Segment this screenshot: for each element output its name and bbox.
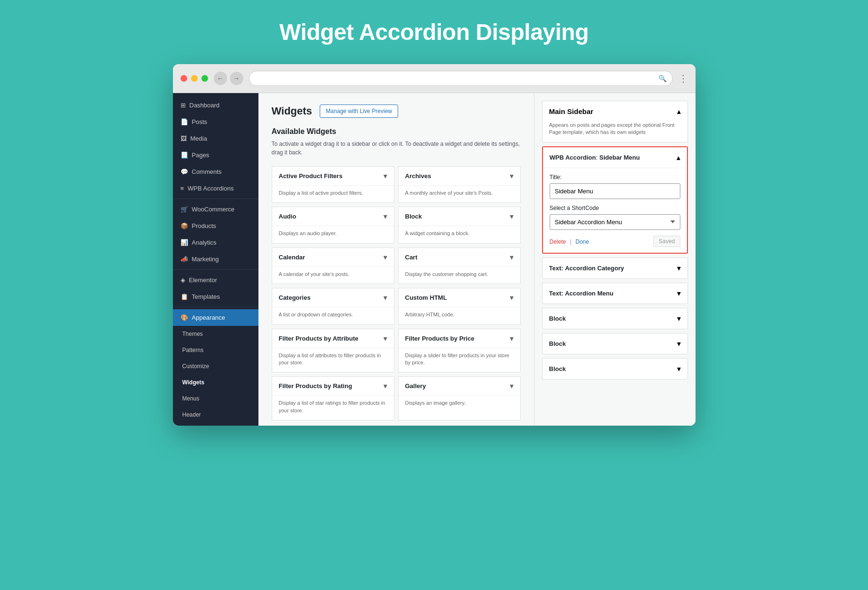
main-sidebar-title: Main Sidebar <box>549 107 593 115</box>
widget-filter-price[interactable]: Filter Products by Price ▾ Display a sli… <box>398 329 521 373</box>
collapsed-widget-4[interactable]: Block ▾ <box>542 358 688 380</box>
chevron-down-icon: ▾ <box>677 264 681 273</box>
collapsed-widgets-list: Text: Accordion Category ▾ Text: Accordi… <box>542 257 688 380</box>
widget-desc: Display a list of attributes to filter p… <box>272 348 394 372</box>
collapsed-item-title: Block <box>549 315 566 322</box>
collapsed-widget-2[interactable]: Block ▾ <box>542 308 688 329</box>
title-input[interactable] <box>550 183 680 199</box>
sidebar-item-appearance[interactable]: 🎨 Appearance <box>173 309 258 326</box>
sidebar-label-wpb: WPB Accordions <box>188 185 234 192</box>
shortcode-select[interactable]: Sidebar Accordion Menu <box>550 214 680 230</box>
chevron-down-icon: ▾ <box>510 334 514 343</box>
widget-desc: A monthly archive of your site's Posts. <box>399 186 520 202</box>
dot-yellow[interactable] <box>191 75 198 82</box>
delete-link[interactable]: Delete <box>550 238 566 245</box>
chevron-down-icon: ▾ <box>510 171 514 181</box>
widgets-header: Widgets Manage with Live Preview <box>272 105 521 118</box>
sidebar-item-patterns[interactable]: Patterns <box>173 342 258 358</box>
sidebar-item-analytics[interactable]: 📊 Analytics <box>173 234 258 251</box>
live-preview-button[interactable]: Manage with Live Preview <box>320 105 398 118</box>
sidebar-item-woocommerce[interactable]: 🛒 WooCommerce <box>173 201 258 218</box>
nav-back-button[interactable]: ← <box>214 72 227 85</box>
chevron-down-icon: ▾ <box>510 212 514 221</box>
sidebar-nav: ⊞ Dashboard 📄 Posts 🖼 Media 📃 Pages 💬 Co… <box>173 93 258 426</box>
chevron-down-icon: ▾ <box>383 171 387 181</box>
widget-filter-rating[interactable]: Filter Products by Rating ▾ Display a li… <box>272 376 394 420</box>
sidebar-item-dashboard[interactable]: ⊞ Dashboard <box>173 97 258 114</box>
products-icon: 📦 <box>181 222 188 229</box>
wpb-accordion-body: Title: Select a ShortCode Sidebar Accord… <box>543 168 687 253</box>
main-sidebar-desc: Appears on posts and pages except the op… <box>543 122 687 142</box>
sidebar-item-menus[interactable]: Menus <box>173 390 258 407</box>
wpb-accordion-title: WPB Accordion: Sidebar Menu <box>550 154 640 161</box>
browser-more-icon[interactable]: ⋮ <box>678 73 688 84</box>
sidebar-label-themes: Themes <box>182 331 203 337</box>
sidebar-item-templates[interactable]: 📋 Templates <box>173 288 258 305</box>
collapsed-widget-3[interactable]: Block ▾ <box>542 333 688 354</box>
widget-gallery[interactable]: Gallery ▾ Displays an image gallery. <box>398 376 521 420</box>
available-widgets-desc: To activate a widget drag it to a sideba… <box>272 140 521 157</box>
widget-header: Cart ▾ <box>399 248 520 267</box>
chevron-down-icon: ▾ <box>510 293 514 302</box>
comments-icon: 💬 <box>181 168 188 175</box>
nav-forward-button[interactable]: → <box>230 72 243 85</box>
wpb-accordion-header[interactable]: WPB Accordion: Sidebar Menu ▴ <box>543 147 687 168</box>
page-title: Widget Accordion Displaying <box>279 19 589 45</box>
main-sidebar-header[interactable]: Main Sidebar ▴ <box>543 101 687 122</box>
widget-categories[interactable]: Categories ▾ A list or dropdown of categ… <box>272 288 394 324</box>
widget-name: Calendar <box>279 254 305 261</box>
sidebar-item-comments[interactable]: 💬 Comments <box>173 163 258 180</box>
widget-block[interactable]: Block ▾ A widget containing a block. <box>398 207 521 243</box>
sidebar-item-posts[interactable]: 📄 Posts <box>173 114 258 130</box>
widget-header: Archives ▾ <box>399 167 520 186</box>
widget-header: Custom HTML ▾ <box>399 288 520 307</box>
sidebar-item-elementor[interactable]: ◈ Elementor <box>173 272 258 288</box>
templates-icon: 📋 <box>181 293 188 300</box>
sidebar-item-pages[interactable]: 📃 Pages <box>173 147 258 163</box>
widget-name: Filter Products by Rating <box>279 382 353 390</box>
collapsed-widget-1[interactable]: Text: Accordion Menu ▾ <box>542 283 688 304</box>
sidebar-label-elementor: Elementor <box>189 276 217 284</box>
widget-filter-attribute[interactable]: Filter Products by Attribute ▾ Display a… <box>272 329 394 373</box>
dot-green[interactable] <box>201 75 208 82</box>
saved-button: Saved <box>653 236 680 247</box>
browser-dots <box>181 75 208 82</box>
widget-active-product-filters[interactable]: Active Product Filters ▾ Display a list … <box>272 166 394 203</box>
wpb-accordion-widget: WPB Accordion: Sidebar Menu ▴ Title: Sel… <box>542 146 688 254</box>
chevron-up-icon: ▴ <box>677 153 680 162</box>
widget-name: Audio <box>279 213 296 220</box>
sidebar-item-wpb-accordions[interactable]: ≡ WPB Accordions <box>173 180 258 197</box>
widget-header: Gallery ▾ <box>399 377 520 396</box>
separator: | <box>570 238 572 245</box>
widget-header: Filter Products by Price ▾ <box>399 329 520 348</box>
chevron-down-icon: ▾ <box>383 212 387 221</box>
widget-custom-html[interactable]: Custom HTML ▾ Arbitrary HTML code. <box>398 288 521 324</box>
widget-archives[interactable]: Archives ▾ A monthly archive of your sit… <box>398 166 521 203</box>
widget-desc: Displays an audio player. <box>272 226 394 243</box>
pages-icon: 📃 <box>181 152 188 159</box>
sidebar-item-products[interactable]: 📦 Products <box>173 218 258 234</box>
main-sidebar-section: Main Sidebar ▴ Appears on posts and page… <box>542 101 688 143</box>
dot-red[interactable] <box>181 75 187 82</box>
chevron-down-icon: ▾ <box>677 289 681 298</box>
sidebar-item-widgets[interactable]: Widgets <box>173 374 258 390</box>
sidebar-divider-3 <box>173 307 258 307</box>
browser-address-bar[interactable]: 🔍 <box>249 71 673 86</box>
widget-header: Filter Products by Rating ▾ <box>272 377 394 396</box>
sidebar-item-header[interactable]: Header <box>173 407 258 423</box>
sidebar-item-media[interactable]: 🖼 Media <box>173 130 258 147</box>
sidebar-item-customize[interactable]: Customize <box>173 358 258 374</box>
widget-audio[interactable]: Audio ▾ Displays an audio player. <box>272 207 394 243</box>
collapsed-widget-0[interactable]: Text: Accordion Category ▾ <box>542 257 688 279</box>
widget-header: Active Product Filters ▾ <box>272 167 394 186</box>
sidebar-item-themes[interactable]: Themes <box>173 326 258 342</box>
widget-desc: Displays an image gallery. <box>399 396 520 412</box>
widget-actions: Delete | Done Saved <box>550 236 680 247</box>
sidebar-item-marketing[interactable]: 📣 Marketing <box>173 251 258 267</box>
appearance-icon: 🎨 <box>181 314 188 321</box>
widget-calendar[interactable]: Calendar ▾ A calendar of your site's pos… <box>272 247 394 284</box>
sidebar-label-header: Header <box>182 411 201 418</box>
done-link[interactable]: Done <box>575 238 589 245</box>
widget-cart[interactable]: Cart ▾ Display the customer shopping car… <box>398 247 521 284</box>
widget-desc: Display a slider to filter products in y… <box>399 348 520 372</box>
